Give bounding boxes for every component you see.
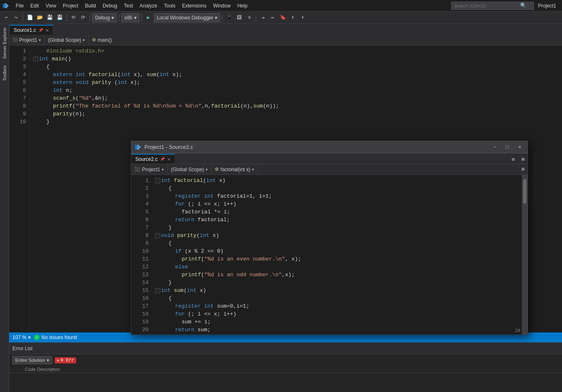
prev-bookmark-btn[interactable]: ⬆ [288,13,297,22]
fl15-x: x) [200,287,207,294]
float-close-btn[interactable]: ✕ [515,143,524,151]
menu-file[interactable]: File [12,2,27,10]
outdent-btn[interactable]: ⇤ [268,13,277,22]
issues-check-icon: ✓ [34,335,40,340]
float-line-20: return sum; [155,326,522,334]
config-dropdown[interactable]: Debug ▾ [92,13,117,22]
debugger-dropdown[interactable]: Local Windows Debugger ▾ [154,13,221,22]
float-opt-add[interactable]: ⊞ [519,155,528,164]
run-btn[interactable]: ▶ [144,13,153,22]
back-btn[interactable]: ↩ [2,13,11,22]
line4-int3: int [160,71,173,79]
code-line-3: { [33,63,562,71]
filter-dropdown[interactable]: Entire Solution ▾ [12,356,52,364]
tab-source1[interactable]: Source1.c 📌 ✕ [9,25,53,35]
menu-window[interactable]: Window [210,2,234,10]
toolbar-separator-3 [90,14,90,22]
more-btn[interactable]: ≡ [245,13,254,22]
float-collapse-15[interactable]: − [155,288,160,293]
float-add-tab-btn[interactable]: ⊞ [519,165,528,174]
menu-view[interactable]: View [42,2,60,10]
float-project-icon: ⬛ [134,167,140,172]
line4-factorial: factorial [89,71,118,79]
server-explorer-tab[interactable]: Server Explorer [1,24,8,62]
menu-project[interactable]: Project [60,2,82,10]
save-btn[interactable]: 💾 [45,13,54,22]
float-tab-close-icon[interactable]: ✕ [167,157,171,162]
line-numbers: 1 2 3 4 5 6 7 8 9 10 [9,45,30,332]
menu-edit[interactable]: Edit [27,2,42,10]
func-dropdown[interactable]: ⚙ main() [89,35,115,45]
toolbar: ↩ ↪ 📄 📂 💾 💾 ⟲ ⟳ Debug ▾ x86 ▾ ▶ Local Wi… [0,12,562,24]
device-btn[interactable]: 📱 [225,13,234,22]
float-line-numbers: 12345 678910 1112131415 1617181920 21 [131,175,152,335]
next-bookmark-btn[interactable]: ⬇ [298,13,307,22]
line4-int2: int [121,71,134,79]
float-line-7: } [155,224,522,232]
float-opt-gear[interactable]: ⚙ [509,155,518,164]
float-project-dropdown[interactable]: ⬛ Project1 ▾ [131,164,168,174]
fl4-rest: (; i <= x; i++) [188,200,236,208]
line8-p3: (n), [240,102,253,110]
line2-main: main [52,55,65,63]
line2-paren: () [65,55,71,63]
toolbar-separator-7 [256,14,256,22]
scope-dropdown[interactable]: (Global Scope) ▾ [45,35,89,45]
fl17-reg: register [175,302,204,310]
fl11-p1: ( [201,255,204,263]
float-tab-options: ⚙ ⊞ [509,155,528,164]
search-input[interactable] [454,3,520,8]
open-btn[interactable]: 📂 [35,13,44,22]
fl15-int2: int [187,287,199,294]
new-btn[interactable]: 📄 [25,13,34,22]
code-line-1: #include <stdio.h> [33,47,562,55]
line5-int: int [118,79,130,86]
code-line-5: extern void parity ( int x); [33,79,562,86]
menu-help[interactable]: Help [234,2,251,10]
project-dropdown[interactable]: ⬛ Project1 ▾ [9,35,45,45]
float-minimize-btn[interactable]: − [490,143,500,151]
float-window-title: Project1 - Source2.c [144,144,487,150]
undo-btn[interactable]: ⟲ [69,13,78,22]
float-tab-pin-icon: 📌 [160,157,165,161]
line8-p4: (n)); [263,102,279,110]
float-collapse-1[interactable]: − [155,178,160,183]
screenshot-btn[interactable]: 🖼 [235,13,244,22]
bookmark-btn[interactable]: 🔖 [278,13,287,22]
menu-test[interactable]: Test [120,2,136,10]
platform-dropdown[interactable]: x86 ▾ [121,13,139,22]
float-line-8: − void parity ( int x) [155,232,522,239]
float-maximize-btn[interactable]: □ [503,143,512,151]
config-label: Debug [95,15,110,21]
menu-analyze[interactable]: Analyze [136,2,161,10]
scrollbar-thumb[interactable] [523,179,526,204]
panel-columns: Code Description [9,366,562,373]
float-func-dropdown[interactable]: ⚙ factorial(int x) ▾ [211,164,258,174]
line8-sum: sum [253,102,263,110]
zoom-label: 107 % [12,335,26,340]
line4-sum: sum [147,71,156,79]
tab-source1-close[interactable]: ✕ [46,28,49,33]
fl4-for: for [175,200,188,208]
line4-x2: x); [173,71,182,79]
status-zoom[interactable]: 107 % ▾ [12,335,31,340]
redo-btn[interactable]: ⟳ [79,13,88,22]
menu-search-box[interactable]: 🔍 [451,2,534,10]
float-collapse-8[interactable]: − [155,233,160,238]
save-all-btn[interactable]: 💾 [55,13,64,22]
menu-build[interactable]: Build [82,2,99,10]
menu-extensions[interactable]: Extensions [179,2,210,10]
project-title-label: Project1 [534,2,560,10]
float-scope-dropdown[interactable]: (Global Scope) ▾ [168,164,211,174]
float-title-bar: Project1 - Source2.c − □ ✕ [131,141,528,153]
line1-include: #include <stdio.h> [46,47,104,55]
toolbox-tab[interactable]: Toolbox [1,62,8,84]
fl3-int: int [204,192,217,200]
menu-tools[interactable]: Tools [161,2,179,10]
indent-btn[interactable]: ⇥ [258,13,267,22]
float-scrollbar[interactable] [522,175,528,335]
menu-debug[interactable]: Debug [99,2,120,10]
float-tab-source2[interactable]: Source2.c 📌 ✕ [131,154,175,164]
collapse-btn-2[interactable]: − [33,57,38,62]
forward-btn[interactable]: ↪ [12,13,21,22]
